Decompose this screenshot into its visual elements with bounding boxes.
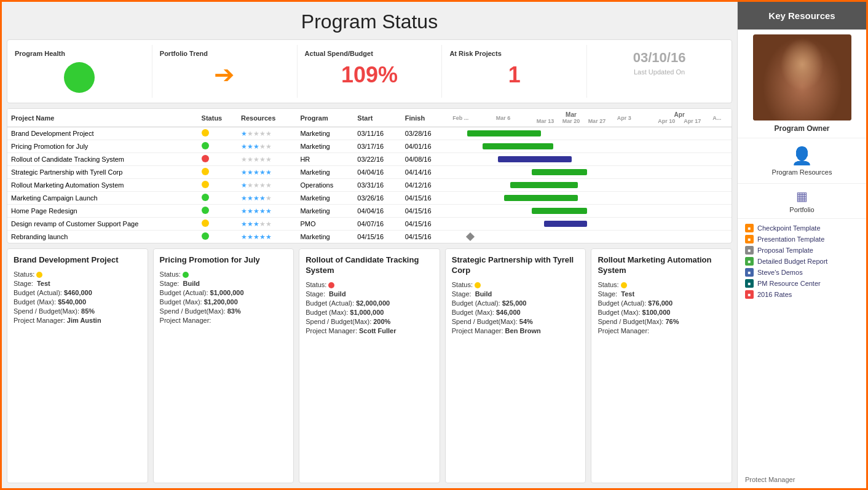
cell-gantt	[449, 192, 732, 205]
cell-start: 03/31/16	[353, 179, 401, 192]
last-updated-label: Last Updated On	[634, 68, 685, 76]
card-budget-max: Budget (Max): $100,000	[598, 309, 725, 316]
kpi-program-health: Program Health	[7, 45, 152, 98]
project-card: Strategic Partnership with Tyrell Corp S…	[445, 248, 586, 483]
cell-resources: ★★★★★	[237, 218, 296, 231]
page-title: Program Status	[7, 10, 732, 33]
kpi-at-risk: At Risk Projects 1	[442, 45, 587, 98]
main-layout: Program Status Program Health Portfolio …	[2, 2, 866, 488]
cell-start: 04/15/16	[353, 231, 401, 243]
card-status: Status:	[160, 271, 288, 278]
card-stage: Stage: Build	[452, 290, 580, 298]
link-icon: ■	[745, 279, 754, 288]
card-spend-budget: Spend / Budget(Max): 200%	[306, 318, 433, 325]
trend-arrow: ➔	[214, 62, 235, 87]
cell-gantt	[449, 179, 732, 192]
card-status: Status:	[14, 271, 141, 278]
link-item[interactable]: ■ 2016 Rates	[745, 290, 859, 299]
portfolio-icon: ▦	[796, 189, 808, 204]
owner-photo	[753, 34, 851, 121]
right-panel-header: Key Resources	[738, 2, 866, 30]
cell-program: Marketing	[296, 127, 353, 140]
link-icon: ■	[745, 224, 754, 232]
cell-finish: 04/15/16	[401, 192, 449, 205]
cell-status	[198, 166, 237, 179]
link-item[interactable]: ■ Checkpoint Template	[745, 224, 859, 232]
cell-resources: ★★★★★	[237, 166, 296, 179]
cell-start: 03/22/16	[353, 153, 401, 166]
link-icon: ■	[745, 246, 754, 255]
cell-start: 04/07/16	[353, 218, 401, 231]
card-stage: Stage: Build	[306, 290, 433, 298]
col-feb: Feb ...	[449, 109, 492, 127]
cell-gantt	[449, 140, 732, 153]
kpi-date: 03/10/16 Last Updated On	[587, 45, 732, 98]
link-icon: ■	[745, 257, 754, 266]
link-item[interactable]: ■ Proposal Template	[745, 246, 859, 255]
cell-finish: 04/15/16	[401, 205, 449, 218]
kpi-actual-spend: Actual Spend/Budget 109%	[298, 45, 443, 98]
cell-resources: ★★★★★	[237, 127, 296, 140]
cell-finish: 04/08/16	[401, 153, 449, 166]
card-spend-budget: Spend / Budget(Max): 54%	[452, 318, 580, 325]
table-row: Design revamp of Customer Support Page ★…	[7, 218, 732, 231]
card-manager: Project Manager: Jim Austin	[14, 317, 141, 324]
link-item[interactable]: ■ Detailed Budget Report	[745, 257, 859, 266]
link-item[interactable]: ■ Presentation Template	[745, 235, 859, 243]
col-program: Program	[296, 109, 353, 127]
card-title: Strategic Partnership with Tyrell Corp	[452, 255, 580, 276]
cell-finish: 04/01/16	[401, 140, 449, 153]
actual-spend-label: Actual Spend/Budget	[305, 50, 373, 57]
cell-name: Rollout of Candidate Tracking System	[7, 153, 198, 166]
cell-start: 03/26/16	[353, 192, 401, 205]
bottom-cards: Brand Development Project Status: Stage:…	[7, 248, 732, 483]
card-budget-actual: Budget (Actual): $1,000,000	[160, 289, 288, 296]
link-item[interactable]: ■ PM Resource Center	[745, 279, 859, 288]
col-project-name: Project Name	[7, 109, 198, 127]
link-label: Presentation Template	[757, 235, 824, 243]
cell-start: 03/11/16	[353, 127, 401, 140]
cell-status	[198, 231, 237, 243]
card-budget-max: Budget (Max): $1,200,000	[160, 298, 288, 306]
cell-name: Home Page Redesign	[7, 205, 198, 218]
actual-spend-value: 109%	[341, 62, 398, 88]
table-row: Strategic Partnership with Tyrell Corp ★…	[7, 166, 732, 179]
left-panel: Program Status Program Health Portfolio …	[2, 2, 737, 488]
card-status: Status:	[598, 281, 725, 288]
cell-resources: ★★★★★	[237, 140, 296, 153]
cell-program: Marketing	[296, 140, 353, 153]
table-row: Brand Development Project ★★★★★ Marketin…	[7, 127, 732, 140]
project-card: Rollout of Candidate Tracking System Sta…	[299, 248, 440, 483]
card-manager: Project Manager:	[160, 317, 288, 324]
card-budget-max: Budget (Max): $46,000	[452, 309, 580, 316]
cell-status	[198, 179, 237, 192]
cell-status	[198, 153, 237, 166]
cell-finish: 04/14/16	[401, 166, 449, 179]
cell-name: Brand Development Project	[7, 127, 198, 140]
project-table: Project Name Status Resources Program St…	[7, 109, 732, 243]
resources-label: Program Resources	[772, 168, 832, 176]
table-section: Project Name Status Resources Program St…	[7, 108, 732, 243]
cell-name: Design revamp of Customer Support Page	[7, 218, 198, 231]
card-manager: Project Manager: Ben Brown	[452, 327, 580, 334]
card-stage: Stage: Build	[160, 280, 288, 287]
table-row: Rebranding launch ★★★★★ Marketing 04/15/…	[7, 231, 732, 243]
table-row: Rollout of Candidate Tracking System ★★★…	[7, 153, 732, 166]
cell-status	[198, 192, 237, 205]
card-status: Status:	[306, 281, 433, 288]
last-updated-date: 03/10/16	[633, 50, 686, 66]
cell-resources: ★★★★★	[237, 179, 296, 192]
link-item[interactable]: ■ Steve's Demos	[745, 268, 859, 277]
col-apr-more: A...	[709, 109, 732, 127]
card-title: Brand Development Project	[14, 255, 141, 266]
cell-finish: 03/28/16	[401, 127, 449, 140]
cell-gantt	[449, 205, 732, 218]
link-label: 2016 Rates	[757, 291, 792, 298]
col-resources: Resources	[237, 109, 296, 127]
cell-status	[198, 218, 237, 231]
table-row: Home Page Redesign ★★★★★ Marketing 04/04…	[7, 205, 732, 218]
col-start: Start	[353, 109, 401, 127]
card-title: Pricing Promotion for July	[160, 255, 288, 266]
resources-icon: 👤	[791, 146, 813, 166]
cell-status	[198, 140, 237, 153]
